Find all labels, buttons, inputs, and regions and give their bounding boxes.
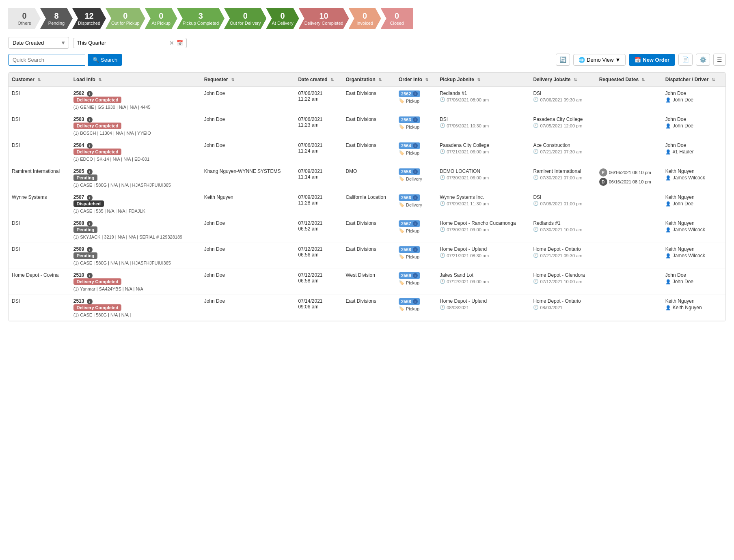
- pipeline-item-outdelivery[interactable]: 0Out for Delivery: [224, 8, 266, 29]
- pickup-jobsite-cell: Jakes Sand Lot 🕐 07/12/2021 09:00 am: [436, 269, 530, 295]
- user-icon: 👤: [665, 123, 671, 129]
- pickup-jobsite-cell: DEMO LOCATION 🕐 07/30/2021 06:00 am: [436, 165, 530, 191]
- col-header-orderinfo[interactable]: Order Info ⇅: [395, 73, 436, 87]
- export-button[interactable]: 📄: [678, 54, 693, 66]
- info-icon[interactable]: i: [87, 117, 93, 123]
- clear-icon[interactable]: ✕: [169, 40, 174, 46]
- clock-icon: 🕐: [440, 175, 445, 180]
- order-type: 🏷️ Pickup: [399, 150, 433, 155]
- refresh-button[interactable]: 🔄: [556, 54, 570, 66]
- info-icon[interactable]: i: [413, 299, 418, 304]
- info-icon[interactable]: i: [87, 221, 93, 226]
- pickup-date: 🕐 07/21/2021 06:00 am: [440, 149, 527, 154]
- col-header-loadinfo[interactable]: Load Info ⇅: [70, 73, 201, 87]
- info-icon[interactable]: i: [87, 299, 93, 304]
- date-range-input[interactable]: [77, 40, 167, 46]
- pipeline-item-closed[interactable]: 0Closed: [381, 8, 413, 29]
- pipeline-item-outpickup[interactable]: 0Out for Pickup: [106, 8, 145, 29]
- order-num-pill[interactable]: 2564 i: [399, 142, 420, 149]
- pipeline-item-deliverycompleted[interactable]: 10Delivery Completed: [299, 8, 349, 29]
- pipeline-item-atdelivery[interactable]: 0At Delivery: [266, 8, 299, 29]
- table-row: DSI 2508 i Pending (1) SKYJACK | 3219 | …: [9, 217, 725, 243]
- customer-name: Ramirent International: [12, 168, 60, 174]
- pipeline-item-pickupcompleted[interactable]: 3Pickup Completed: [177, 8, 225, 29]
- pipeline-item-invoiced[interactable]: 0Invoiced: [349, 8, 381, 29]
- table-header: Customer ⇅Load Info ⇅Requester ⇅Date cre…: [9, 73, 725, 87]
- requested-dates-cell: [596, 191, 662, 217]
- col-header-organization[interactable]: Organization ⇅: [342, 73, 395, 87]
- order-num-pill[interactable]: 2568 i: [399, 298, 420, 305]
- pickup-jobsite-name: Home Depot - Upland: [440, 298, 487, 304]
- table-row: DSI 2503 i Delivery Completed (1) BOSCH …: [9, 113, 725, 139]
- new-order-button[interactable]: 📅 New Order: [629, 54, 675, 66]
- demo-view-button[interactable]: 🌐 Demo View ▼: [573, 54, 626, 66]
- calendar-icon[interactable]: 📅: [177, 40, 183, 46]
- order-num-pill[interactable]: 2566 i: [399, 194, 420, 201]
- load-info-cell: 2513 i Delivery Completed (1) CASE | 580…: [70, 295, 201, 321]
- info-icon[interactable]: i: [413, 247, 418, 252]
- order-num-pill[interactable]: 2567 i: [399, 220, 420, 227]
- delivery-date: 🕐 07/09/2021 01:00 pm: [533, 201, 592, 206]
- pipeline-count: 0: [123, 11, 127, 21]
- delivery-jobsite-name: DSI: [533, 90, 541, 96]
- search-input[interactable]: [8, 54, 85, 66]
- pipeline-label: Dispatched: [78, 21, 100, 26]
- order-num-pill[interactable]: 2568 i: [399, 246, 420, 253]
- info-icon[interactable]: i: [87, 143, 93, 149]
- requester-cell: John Doe: [201, 269, 295, 295]
- load-number: 2513: [73, 298, 84, 304]
- req-pickup-date: 06/16/2021 08:10 pm: [609, 170, 651, 175]
- info-icon[interactable]: i: [413, 117, 418, 122]
- pipeline-item-others[interactable]: 0Others: [8, 8, 41, 29]
- col-header-pickupjobsite[interactable]: Pickup Jobsite ⇅: [436, 73, 530, 87]
- info-icon[interactable]: i: [413, 169, 418, 174]
- date-created-cell: 07/09/202111:28 am: [295, 191, 342, 217]
- requester-name: John Doe: [204, 272, 225, 278]
- info-icon[interactable]: i: [87, 169, 93, 174]
- requester-name: John Doe: [204, 298, 225, 304]
- order-num-pill[interactable]: 2562 i: [399, 90, 420, 97]
- organization-name: East Divisions: [345, 298, 376, 304]
- info-icon[interactable]: i: [87, 247, 93, 252]
- col-header-dispatcher[interactable]: Dispatcher / Driver ⇅: [662, 73, 725, 87]
- order-num-pill[interactable]: 2563 i: [399, 116, 420, 123]
- order-type-label: Pickup: [406, 125, 419, 129]
- col-header-requesteddates[interactable]: Requested Dates ⇅: [596, 73, 662, 87]
- requester-cell: John Doe: [201, 295, 295, 321]
- order-info-cell: 2569 i 🏷️ Pickup: [395, 269, 436, 295]
- organization-name: East Divisions: [345, 116, 376, 122]
- status-badge: Delivery Completed: [73, 149, 122, 155]
- info-icon[interactable]: i: [413, 221, 418, 226]
- col-header-datecreated[interactable]: Date created ⇅: [295, 73, 342, 87]
- user-icon: 👤: [665, 149, 671, 155]
- dispatcher-name: John Doe: [665, 90, 686, 96]
- status-badge: Delivery Completed: [73, 123, 122, 129]
- pipeline-item-pending[interactable]: 8Pending: [40, 8, 73, 29]
- col-header-deliveryjobsite[interactable]: Delivery Jobsite ⇅: [530, 73, 596, 87]
- pipeline-item-atpickup[interactable]: 0At Pickup: [145, 8, 177, 29]
- dispatcher-name: Keith Nguyen: [665, 220, 695, 226]
- info-icon[interactable]: i: [413, 143, 418, 148]
- col-header-requester[interactable]: Requester ⇅: [201, 73, 295, 87]
- col-header-customer[interactable]: Customer ⇅: [9, 73, 70, 87]
- customer-cell: DSI: [9, 243, 70, 269]
- info-icon[interactable]: i: [87, 91, 93, 97]
- dispatcher-name-row: Keith Nguyen: [665, 194, 722, 200]
- info-icon[interactable]: i: [87, 195, 93, 200]
- menu-button[interactable]: ☰: [713, 54, 726, 66]
- info-icon[interactable]: i: [413, 273, 418, 278]
- info-icon[interactable]: i: [87, 273, 93, 278]
- info-icon[interactable]: i: [413, 195, 418, 200]
- date-filter-select[interactable]: Date Created: [8, 37, 69, 49]
- load-num-row: 2507 i: [73, 194, 198, 200]
- order-num-pill[interactable]: 2569 i: [399, 272, 420, 279]
- settings-button[interactable]: ⚙️: [696, 54, 710, 66]
- search-button[interactable]: 🔍 Search: [88, 54, 122, 66]
- info-icon[interactable]: i: [413, 91, 418, 96]
- pipeline-item-dispatched[interactable]: 12Dispatched: [72, 8, 106, 29]
- order-num-pill[interactable]: 2558 i: [399, 168, 420, 175]
- load-info-cell: 2507 i Dispatched (1) CASE | 535 | N/A |…: [70, 191, 201, 217]
- customer-cell: DSI: [9, 295, 70, 321]
- customer-name: Wynne Systems: [12, 194, 47, 200]
- delivery-jobsite-name: DSI: [533, 194, 541, 200]
